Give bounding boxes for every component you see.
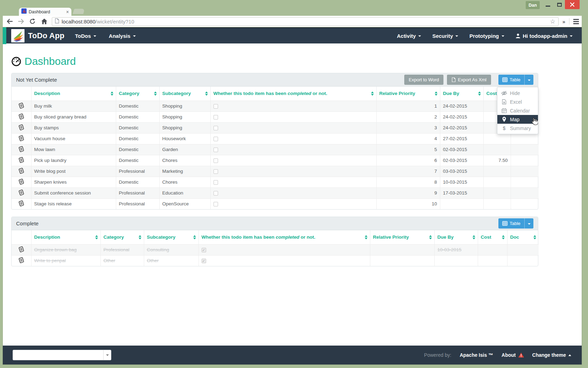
sort-toggle[interactable] — [205, 91, 208, 96]
table-row[interactable]: Buy stampsDomesticShopping324-02-2015 — [12, 122, 539, 133]
todo-item-icon[interactable] — [12, 111, 31, 122]
completed-checkbox[interactable] — [214, 180, 218, 185]
table-row[interactable]: Submit conference sessionProfessionalEdu… — [12, 188, 539, 198]
todo-item-icon[interactable] — [12, 244, 31, 255]
table-row[interactable]: Write blog postProfessionalMarketing703-… — [12, 166, 539, 177]
nav-item-user[interactable]: Hi todoapp-admin — [516, 33, 573, 39]
about-link[interactable]: About — [502, 352, 524, 358]
browser-menu-icon[interactable] — [573, 19, 579, 24]
menu-item-map[interactable]: Map — [497, 115, 538, 124]
completed-checkbox[interactable]: ✓ — [202, 259, 206, 263]
nav-item-security[interactable]: Security — [432, 33, 458, 39]
completed-checkbox[interactable]: ✓ — [202, 248, 206, 252]
todo-item-icon[interactable] — [12, 255, 31, 266]
select-caret[interactable] — [103, 350, 111, 360]
column-header[interactable]: Due By — [440, 87, 483, 101]
nav-item-activity[interactable]: Activity — [397, 33, 421, 39]
sort-toggle[interactable] — [502, 235, 505, 239]
completed-checkbox[interactable] — [214, 191, 218, 196]
nav-item-prototyping[interactable]: Prototyping — [469, 33, 504, 39]
completed-checkbox[interactable] — [214, 126, 218, 130]
window-minimize-button[interactable] — [542, 0, 554, 9]
todo-item-icon[interactable] — [12, 133, 31, 144]
back-button[interactable] — [6, 18, 13, 25]
completed-checkbox[interactable] — [214, 137, 218, 141]
sort-toggle[interactable] — [111, 91, 113, 96]
completed-checkbox[interactable] — [214, 169, 218, 174]
todo-item-icon[interactable] — [12, 198, 31, 209]
apache-isis-link[interactable]: Apache Isis ™ — [460, 352, 493, 358]
footer-select[interactable] — [13, 350, 111, 360]
sort-toggle[interactable] — [139, 235, 141, 239]
column-header[interactable]: Due By — [434, 230, 478, 244]
refresh-button[interactable] — [29, 18, 36, 25]
todo-item-icon[interactable] — [12, 188, 31, 198]
completed-checkbox[interactable] — [214, 115, 218, 120]
table-row[interactable]: Sharpen knivesDomesticChores810-03-2015 — [12, 177, 539, 188]
table-row[interactable]: Stage Isis releaseProfessionalOpenSource… — [12, 198, 539, 209]
completed-checkbox[interactable] — [214, 148, 218, 152]
todo-item-icon[interactable] — [12, 155, 31, 166]
nav-item-analysis[interactable]: Analysis — [109, 33, 136, 39]
export-to-word-button[interactable]: Export to Word — [404, 75, 443, 85]
view-dropdown-toggle[interactable] — [524, 218, 533, 229]
todo-item-icon[interactable] — [12, 166, 31, 177]
table-row[interactable]: Pick up laundryDomesticChores602-03-2015… — [12, 155, 539, 166]
table-row[interactable]: Mow lawnDomesticGarden502-03-2015 — [12, 144, 539, 155]
column-header[interactable]: Whether this todo item has been complete… — [198, 230, 370, 244]
sort-toggle[interactable] — [365, 235, 368, 239]
column-header[interactable]: Subcategory — [159, 87, 210, 101]
completed-checkbox[interactable] — [214, 158, 218, 163]
column-header[interactable]: Whether this todo item has been complete… — [210, 87, 376, 101]
view-dropdown-toggle[interactable] — [524, 75, 533, 85]
sort-toggle[interactable] — [371, 91, 374, 96]
table-row[interactable]: Write to penpalOtherOther✓ — [12, 255, 539, 266]
browser-tab[interactable]: Dashboard × — [19, 8, 71, 16]
menu-item-calendar[interactable]: Calendar — [497, 106, 538, 115]
sort-toggle[interactable] — [472, 235, 475, 239]
menu-item-excel[interactable]: Excel — [497, 97, 538, 106]
tab-close-icon[interactable]: × — [66, 9, 69, 14]
completed-checkbox[interactable] — [214, 202, 218, 206]
home-button[interactable] — [40, 18, 48, 25]
column-header[interactable]: Description — [31, 87, 116, 101]
todo-item-icon[interactable] — [12, 122, 31, 133]
table-row[interactable]: Buy milkDomesticShopping124-02-2015 — [12, 101, 539, 111]
todo-item-icon[interactable] — [12, 177, 31, 188]
column-header[interactable]: Cost — [478, 230, 507, 244]
todo-item-icon[interactable] — [12, 101, 31, 111]
change-theme-button[interactable]: Change theme — [532, 352, 571, 358]
todo-item-icon[interactable] — [12, 144, 31, 155]
sort-toggle[interactable] — [435, 91, 438, 96]
nav-item-todos[interactable]: ToDos — [75, 33, 96, 39]
window-close-button[interactable] — [565, 0, 580, 9]
column-header[interactable]: Relative Priority — [370, 230, 434, 244]
table-view-button[interactable]: Table — [498, 218, 524, 229]
new-tab-button[interactable] — [73, 9, 85, 14]
export-as-xml-button[interactable]: Export As Xml — [447, 75, 491, 85]
overflow-chevrons-icon[interactable]: » — [562, 19, 565, 25]
browser-profile-badge[interactable]: Dan — [526, 1, 540, 9]
table-row[interactable]: Organize brown bagProfessionalConsulting… — [12, 244, 539, 255]
column-header[interactable]: Doc — [507, 230, 539, 244]
table-row[interactable]: Buy sliced granary breadDomesticShopping… — [12, 111, 539, 122]
column-header[interactable]: Subcategory — [144, 230, 198, 244]
table-row[interactable]: Vacuum houseDomesticHousework427-02-2015 — [12, 133, 539, 144]
table-view-button[interactable]: Table — [498, 75, 524, 85]
forward-button[interactable] — [17, 18, 25, 25]
menu-item-hide[interactable]: Hide — [497, 89, 538, 97]
sort-toggle[interactable] — [154, 91, 157, 96]
column-header[interactable]: Relative Priority — [376, 87, 440, 101]
column-header[interactable]: Category — [100, 230, 144, 244]
url-bar[interactable]: localhost:8080/wicket/entity?10 ☆ — [52, 17, 559, 26]
sort-toggle[interactable] — [533, 235, 536, 239]
completed-checkbox[interactable] — [214, 104, 218, 109]
window-maximize-button[interactable] — [554, 0, 565, 9]
sort-toggle[interactable] — [193, 235, 196, 239]
sort-toggle[interactable] — [478, 91, 481, 96]
menu-item-summary[interactable]: $ Summary — [497, 124, 538, 132]
sort-toggle[interactable] — [429, 235, 432, 239]
bookmark-star-icon[interactable]: ☆ — [550, 19, 555, 25]
brand[interactable]: ToDo App — [11, 29, 64, 42]
column-header[interactable]: Category — [116, 87, 159, 101]
